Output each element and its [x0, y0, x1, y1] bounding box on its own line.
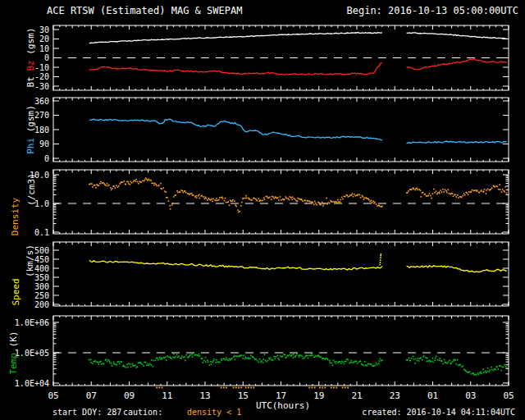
x-tick-label: 17 [270, 390, 293, 401]
panel-density [53, 170, 509, 234]
y-tick-label: 1.0 [0, 199, 49, 208]
panel-phi [53, 98, 509, 162]
panel-temp [53, 316, 509, 386]
y-tick-label: 250 [0, 291, 49, 300]
footer-caution-label: caution: [123, 408, 162, 417]
x-tick-label: 19 [308, 390, 331, 401]
y-tick-label: 200 [0, 300, 49, 309]
plot-canvas [0, 0, 525, 420]
x-tick-label: 21 [345, 390, 368, 401]
series-temp [89, 352, 508, 376]
caution-density-marks [156, 387, 349, 389]
x-tick-label: 01 [422, 390, 445, 401]
y-tick-label: 1.0E+04 [0, 379, 49, 388]
footer-created-timestamp: created: 2016-10-14 04:11:04UTC [362, 408, 515, 417]
panel-speed [53, 242, 509, 306]
x-tick-label: 07 [80, 390, 103, 401]
axis-title-density: (/cm3) [26, 173, 37, 206]
series-bt [89, 33, 507, 43]
x-tick-label: 09 [118, 390, 141, 401]
x-axis-title: UTC(hours) [256, 400, 310, 411]
x-tick-label: 13 [194, 390, 217, 401]
series-speed [89, 260, 507, 272]
x-tick-label: 05 [497, 390, 520, 401]
y-tick-label: 1.0E+06 [0, 318, 49, 327]
x-tick-label: 23 [383, 390, 406, 401]
x-tick-label: 03 [459, 390, 482, 401]
axis-title-phi: Phi (gsm) [25, 105, 36, 154]
series-bz [89, 59, 507, 75]
x-tick-label: 05 [42, 390, 65, 401]
y-tick-label: 360 [0, 97, 49, 106]
y-tick-label: 10.0 [0, 171, 49, 180]
panel-bt-bz [53, 25, 509, 90]
axis-title-bt-bz: Bt Bz (gsm) [25, 28, 36, 88]
axis-title-speed: Speed [11, 278, 21, 305]
footer-caution-value: density < 1 [187, 408, 241, 417]
x-tick-label: 15 [231, 390, 254, 401]
ace-rtsw-plot: ACE RTSW (Estimated) MAG & SWEPAM Begin:… [0, 0, 525, 420]
axis-title-temp: Temp (K) [8, 331, 19, 375]
axis-title-density: Density [10, 198, 21, 235]
axis-title-speed: (km/s) [25, 244, 35, 277]
series-speed-spike [379, 253, 381, 265]
x-tick-label: 11 [156, 390, 179, 401]
y-tick-label: 0 [0, 154, 49, 163]
y-tick-label: 300 [0, 282, 49, 291]
footer-start-doy: start DOY: 287 [52, 408, 121, 417]
series-density [89, 177, 507, 212]
y-tick-label: 0.1 [0, 228, 49, 237]
series-phi [89, 119, 507, 144]
